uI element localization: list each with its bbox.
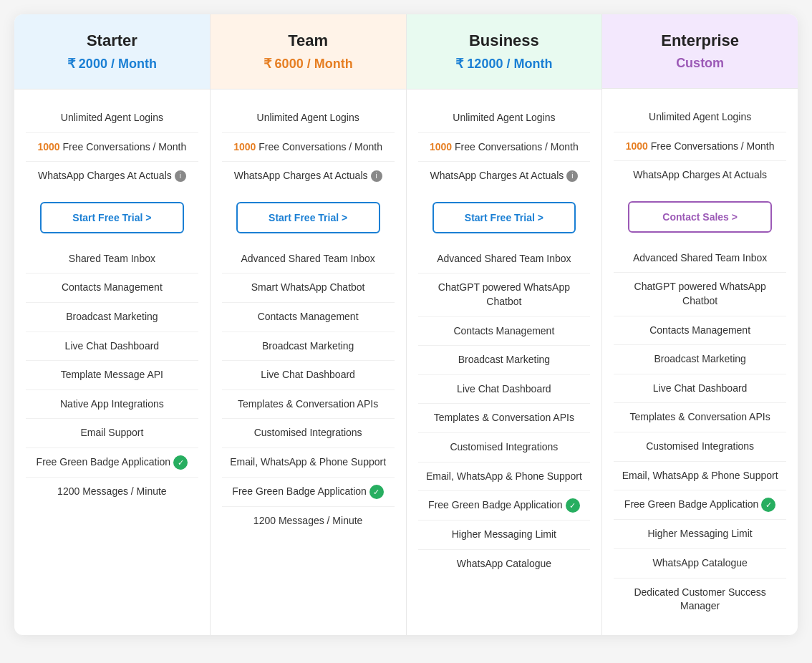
- feature-item: Shared Team Inbox: [26, 245, 198, 274]
- green-badge-icon: ✓: [173, 455, 188, 470]
- feature-item: Contacts Management: [26, 274, 198, 303]
- green-badge-icon: ✓: [761, 498, 775, 512]
- feature-item: Template Message API: [26, 361, 198, 390]
- feature-item: Free Green Badge Application✓: [418, 491, 591, 521]
- feature-item: 1000 Free Conversations / Month: [222, 133, 395, 163]
- cta-button-business[interactable]: Start Free Trial >: [432, 202, 576, 233]
- plan-price-enterprise: Custom: [617, 56, 783, 71]
- feature-item: WhatsApp Charges At Actualsi: [222, 162, 395, 190]
- plan-name-team: Team: [225, 32, 392, 50]
- feature-item: Advanced Shared Team Inbox: [418, 245, 591, 274]
- plan-price-team: ₹ 6000 / Month: [225, 56, 392, 72]
- plan-features-team: Unlimited Agent Logins1000 Free Conversa…: [211, 89, 406, 635]
- feature-item: Unlimited Agent Logins: [614, 103, 786, 132]
- plan-header-business: Business₹ 12000 / Month: [407, 14, 602, 89]
- info-icon[interactable]: i: [175, 170, 186, 182]
- plan-name-starter: Starter: [29, 32, 195, 50]
- feature-item: Customised Integrations: [222, 419, 395, 448]
- feature-item: Broadcast Marketing: [222, 332, 395, 362]
- pre-cta-features-enterprise: Unlimited Agent Logins1000 Free Conversa…: [614, 103, 786, 190]
- feature-item: Customised Integrations: [418, 433, 591, 463]
- plan-name-enterprise: Enterprise: [617, 32, 783, 50]
- feature-item: WhatsApp Catalogue: [614, 549, 786, 579]
- feature-item: Email, WhatsApp & Phone Support: [222, 448, 395, 478]
- feature-item: Broadcast Marketing: [26, 303, 198, 332]
- post-cta-features-starter: Shared Team InboxContacts ManagementBroa…: [26, 245, 198, 506]
- feature-item: 1000 Free Conversations / Month: [614, 132, 786, 162]
- pre-cta-features-business: Unlimited Agent Logins1000 Free Conversa…: [418, 104, 591, 190]
- feature-item: WhatsApp Charges At Actualsi: [418, 162, 591, 190]
- plan-features-enterprise: Unlimited Agent Logins1000 Free Conversa…: [602, 89, 798, 635]
- feature-item: 1000 Free Conversations / Month: [26, 133, 198, 163]
- feature-item: Broadcast Marketing: [418, 346, 591, 375]
- plan-header-starter: Starter₹ 2000 / Month: [14, 14, 210, 89]
- feature-item: Templates & Conversation APIs: [614, 403, 786, 432]
- cta-section-team: Start Free Trial >: [222, 190, 395, 245]
- cta-section-enterprise: Contact Sales >: [614, 190, 786, 244]
- plan-header-enterprise: EnterpriseCustom: [602, 14, 798, 89]
- feature-item: Contacts Management: [222, 303, 395, 332]
- plan-price-business: ₹ 12000 / Month: [421, 56, 588, 72]
- info-icon[interactable]: i: [566, 170, 578, 182]
- feature-item: Live Chat Dashboard: [26, 332, 198, 362]
- feature-item: Live Chat Dashboard: [614, 374, 786, 404]
- feature-item: Free Green Badge Application✓: [614, 490, 786, 520]
- plan-header-team: Team₹ 6000 / Month: [211, 14, 406, 89]
- feature-item: Native App Integrations: [26, 390, 198, 420]
- feature-item: WhatsApp Charges At Actuals: [614, 161, 786, 190]
- feature-item: WhatsApp Catalogue: [418, 550, 591, 579]
- feature-item: WhatsApp Charges At Actualsi: [26, 162, 198, 190]
- feature-item: 1000 Free Conversations / Month: [418, 133, 591, 163]
- cta-button-starter[interactable]: Start Free Trial >: [40, 202, 184, 233]
- plan-col-starter: Starter₹ 2000 / MonthUnlimited Agent Log…: [14, 14, 211, 635]
- feature-item: Templates & Conversation APIs: [418, 404, 591, 433]
- feature-item: Contacts Management: [614, 316, 786, 346]
- green-badge-icon: ✓: [369, 485, 384, 499]
- feature-item: Templates & Conversation APIs: [222, 390, 395, 420]
- plan-col-business: Business₹ 12000 / MonthUnlimited Agent L…: [407, 14, 603, 635]
- feature-item: Free Green Badge Application✓: [26, 448, 198, 478]
- feature-item: 1200 Messages / Minute: [26, 478, 198, 506]
- feature-item: Dedicated Customer Success Manager: [614, 579, 786, 621]
- cta-section-starter: Start Free Trial >: [26, 190, 198, 245]
- feature-item: Higher Messaging Limit: [614, 520, 786, 549]
- plan-features-starter: Unlimited Agent Logins1000 Free Conversa…: [14, 89, 210, 635]
- info-icon[interactable]: i: [371, 170, 382, 182]
- post-cta-features-enterprise: Advanced Shared Team InboxChatGPT powere…: [614, 244, 786, 621]
- feature-item: Advanced Shared Team Inbox: [222, 245, 395, 274]
- feature-item: ChatGPT powered WhatsApp Chatbot: [614, 273, 786, 316]
- cta-button-enterprise[interactable]: Contact Sales >: [628, 201, 772, 233]
- feature-item: ChatGPT powered WhatsApp Chatbot: [418, 274, 591, 316]
- feature-item: Smart WhatsApp Chatbot: [222, 274, 395, 303]
- feature-item: Unlimited Agent Logins: [418, 104, 591, 133]
- pre-cta-features-starter: Unlimited Agent Logins1000 Free Conversa…: [26, 104, 198, 190]
- plan-features-business: Unlimited Agent Logins1000 Free Conversa…: [407, 89, 602, 635]
- feature-item: Live Chat Dashboard: [418, 375, 591, 405]
- pre-cta-features-team: Unlimited Agent Logins1000 Free Conversa…: [222, 104, 395, 190]
- cta-section-business: Start Free Trial >: [418, 190, 591, 245]
- feature-item: Free Green Badge Application✓: [222, 478, 395, 507]
- feature-item: 1200 Messages / Minute: [222, 507, 395, 536]
- feature-item: Advanced Shared Team Inbox: [614, 244, 786, 274]
- cta-button-team[interactable]: Start Free Trial >: [236, 202, 380, 233]
- feature-item: Customised Integrations: [614, 432, 786, 462]
- feature-item: Contacts Management: [418, 317, 591, 347]
- post-cta-features-business: Advanced Shared Team InboxChatGPT powere…: [418, 245, 591, 579]
- feature-item: Email, WhatsApp & Phone Support: [614, 462, 786, 491]
- pricing-table: Starter₹ 2000 / MonthUnlimited Agent Log…: [14, 14, 798, 635]
- plan-col-team: Team₹ 6000 / MonthUnlimited Agent Logins…: [211, 14, 407, 635]
- feature-item: Higher Messaging Limit: [418, 521, 591, 550]
- green-badge-icon: ✓: [566, 498, 580, 513]
- post-cta-features-team: Advanced Shared Team InboxSmart WhatsApp…: [222, 245, 395, 536]
- feature-item: Broadcast Marketing: [614, 345, 786, 374]
- feature-item: Unlimited Agent Logins: [222, 104, 395, 133]
- feature-item: Email, WhatsApp & Phone Support: [418, 463, 591, 492]
- feature-item: Email Support: [26, 419, 198, 448]
- plan-name-business: Business: [421, 32, 588, 50]
- feature-item: Live Chat Dashboard: [222, 361, 395, 390]
- feature-item: Unlimited Agent Logins: [26, 104, 198, 133]
- plan-price-starter: ₹ 2000 / Month: [29, 56, 195, 72]
- plan-col-enterprise: EnterpriseCustomUnlimited Agent Logins10…: [602, 14, 798, 635]
